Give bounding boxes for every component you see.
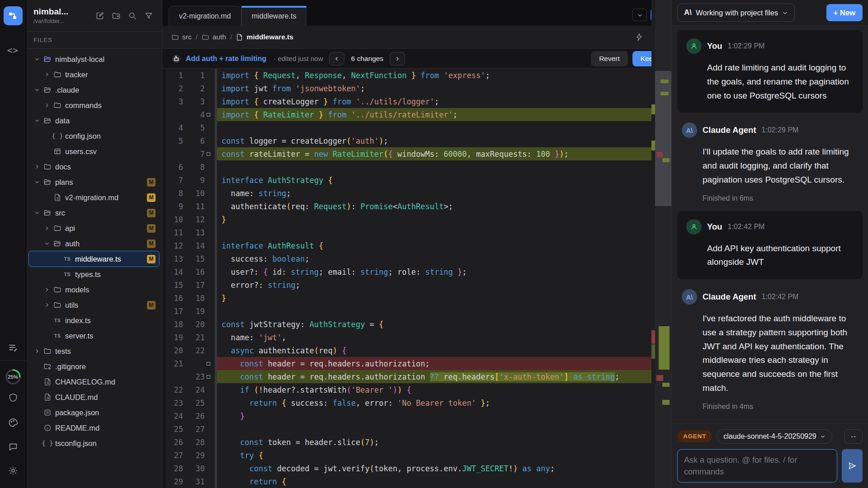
code-line[interactable]: 1820const jwtStrategy: AuthStrategy = { xyxy=(162,318,651,331)
chevron-down-icon[interactable] xyxy=(33,87,42,93)
new-file-icon[interactable] xyxy=(93,9,107,23)
breadcrumb-file[interactable]: middleware.ts xyxy=(236,33,293,41)
code-line[interactable]: 1517 error?: string; xyxy=(162,278,651,291)
tree-item-claude-md[interactable]: CLAUDE.md xyxy=(29,389,159,405)
feedback-chat-icon[interactable] xyxy=(8,442,18,452)
tab-list-dropdown-icon[interactable] xyxy=(632,9,647,21)
code-line[interactable]: 2527 xyxy=(162,422,651,436)
code-line[interactable]: 2729 try { xyxy=(162,449,651,462)
tree-item-data[interactable]: data xyxy=(29,113,159,128)
code-line[interactable]: 2426 } xyxy=(162,409,651,422)
code-line[interactable]: 68 xyxy=(162,160,651,174)
tab-v2-migration[interactable]: v2-migration.md xyxy=(169,6,241,26)
settings-gear-icon[interactable] xyxy=(8,465,18,476)
tree-item-changelog-md[interactable]: CHANGELOG.md xyxy=(29,374,159,389)
chevron-right-icon[interactable] xyxy=(42,71,52,78)
tree-item-readme-md[interactable]: README.md xyxy=(29,420,159,436)
chevron-down-icon[interactable] xyxy=(33,117,42,124)
scrollbar-thumb[interactable] xyxy=(655,71,671,206)
code-line[interactable]: 22import jwt from 'jsonwebtoken'; xyxy=(162,82,651,95)
code-line[interactable]: 810 name: string; xyxy=(162,187,651,200)
tree-item-src[interactable]: srcM xyxy=(29,205,159,221)
code-line[interactable]: 23 const header = req.headers.authorizat… xyxy=(162,370,651,383)
code-line[interactable]: 4import { RateLimiter } from '../utils/r… xyxy=(162,108,651,121)
tree-item-index-ts[interactable]: TSindex.ts xyxy=(29,313,159,328)
chevron-down-icon[interactable] xyxy=(33,56,42,62)
code-line[interactable]: 2830 const decoded = jwt.verify(token, p… xyxy=(162,462,651,475)
tasks-icon[interactable] xyxy=(8,343,19,353)
chat-input[interactable]: Ask a question. @ for files. / for comma… xyxy=(677,449,837,483)
send-icon[interactable] xyxy=(842,449,863,483)
code-line[interactable]: 1315 success: boolean; xyxy=(162,252,651,265)
tab-middleware[interactable]: middleware.ts xyxy=(241,6,307,26)
tree-item-package-json[interactable]: package.json xyxy=(29,405,159,420)
chevron-right-icon[interactable] xyxy=(42,225,52,231)
code-line[interactable]: 911 authenticate(req: Request): Promise<… xyxy=(162,200,651,213)
tree-item-server-ts[interactable]: TSserver.ts xyxy=(29,328,159,343)
tree-item-commands[interactable]: commands xyxy=(29,98,159,113)
code-view-icon[interactable]: <> xyxy=(7,45,19,55)
shield-icon[interactable] xyxy=(8,392,18,403)
code-line[interactable]: 45 xyxy=(162,121,651,134)
code-line[interactable]: 33import { createLogger } from '../utils… xyxy=(162,95,651,108)
chevron-right-icon[interactable] xyxy=(33,348,42,354)
composer-more-button[interactable]: -- xyxy=(844,429,863,444)
chevron-down-icon[interactable] xyxy=(42,240,52,247)
tree-item-tsconfig-json[interactable]: { }tsconfig.json xyxy=(29,436,159,451)
tree-item--gitignore[interactable]: .gitignore xyxy=(29,359,159,374)
code-line[interactable]: 1719 xyxy=(162,305,651,318)
tree-item-config-json[interactable]: { }config.json xyxy=(29,128,159,144)
tree-item-tests[interactable]: tests xyxy=(29,343,159,359)
format-bolt-icon[interactable] xyxy=(632,30,646,44)
next-change-icon[interactable] xyxy=(390,52,405,66)
code-line[interactable]: 1012} xyxy=(162,213,651,226)
session-dropdown[interactable]: A\ Working with project files xyxy=(677,4,795,22)
chevron-right-icon[interactable] xyxy=(42,102,52,108)
code-line[interactable]: 7const rateLimiter = new RateLimiter({ w… xyxy=(162,147,651,160)
tree-item-models[interactable]: models xyxy=(29,282,159,297)
code-line[interactable]: 2224 if (!header?.startsWith('Bearer '))… xyxy=(162,383,651,396)
new-session-button[interactable]: + New xyxy=(826,4,863,21)
code-line[interactable]: 2325 return { success: false, error: 'No… xyxy=(162,396,651,409)
tree-item-utils[interactable]: utilsM xyxy=(29,297,159,313)
tree-item-api[interactable]: apiM xyxy=(29,221,159,236)
code-line[interactable]: 2931 return { xyxy=(162,475,651,488)
code-line[interactable]: 1113 xyxy=(162,226,651,239)
revert-button[interactable]: Revert xyxy=(591,51,628,66)
scrollbar-track[interactable] xyxy=(655,0,671,488)
code-line[interactable]: 2628 const token = header.slice(7); xyxy=(162,436,651,449)
code-line[interactable]: 56const logger = createLogger('auth'); xyxy=(162,134,651,147)
tree-item-middleware-ts[interactable]: TSmiddleware.tsM xyxy=(29,251,159,267)
theme-palette-icon[interactable] xyxy=(8,418,18,428)
code-area[interactable]: 11import { Request, Response, NextFuncti… xyxy=(162,69,651,488)
tree-item--claude[interactable]: .claude xyxy=(29,82,159,98)
code-line[interactable]: 11import { Request, Response, NextFuncti… xyxy=(162,69,651,82)
code-line[interactable]: 1214interface AuthResult { xyxy=(162,239,651,252)
tree-item-plans[interactable]: plansM xyxy=(29,174,159,190)
tree-item-users-csv[interactable]: users.csv xyxy=(29,144,159,159)
tree-item-types-ts[interactable]: TStypes.ts xyxy=(29,267,159,282)
code-line[interactable]: 1416 user?: { id: string; email: string;… xyxy=(162,265,651,278)
breadcrumb-auth[interactable]: auth xyxy=(202,33,226,41)
change-set-title[interactable]: Add auth + rate limiting xyxy=(186,55,266,63)
code-line[interactable]: 79interface AuthStrategy { xyxy=(162,174,651,187)
chevron-right-icon[interactable] xyxy=(33,164,42,170)
chevron-right-icon[interactable] xyxy=(42,302,52,308)
new-folder-icon[interactable] xyxy=(109,9,123,23)
code-line[interactable]: 1618} xyxy=(162,291,651,305)
code-line[interactable]: 21 const header = req.headers.authorizat… xyxy=(162,357,651,370)
code-line[interactable]: 1921 name: 'jwt', xyxy=(162,331,651,344)
code-line[interactable]: 2022 async authenticate(req) { xyxy=(162,344,651,357)
context-usage-ring[interactable]: 25% xyxy=(4,368,22,386)
tree-item-nimbalyst-local[interactable]: nimbalyst-local xyxy=(29,52,159,67)
filter-icon[interactable] xyxy=(142,9,156,23)
chevron-down-icon[interactable] xyxy=(33,210,42,216)
prev-change-icon[interactable] xyxy=(329,52,344,66)
tree-item-v2-migration-md[interactable]: v2-migration.mdM xyxy=(29,190,159,205)
search-icon[interactable] xyxy=(126,9,139,23)
breadcrumb-src[interactable]: src xyxy=(171,33,192,41)
tree-item-tracker[interactable]: tracker xyxy=(29,67,159,82)
chevron-down-icon[interactable] xyxy=(33,179,42,185)
tree-item-docs[interactable]: docs xyxy=(29,159,159,174)
model-selector[interactable]: claude-sonnet-4-5-20250929 xyxy=(717,429,832,444)
